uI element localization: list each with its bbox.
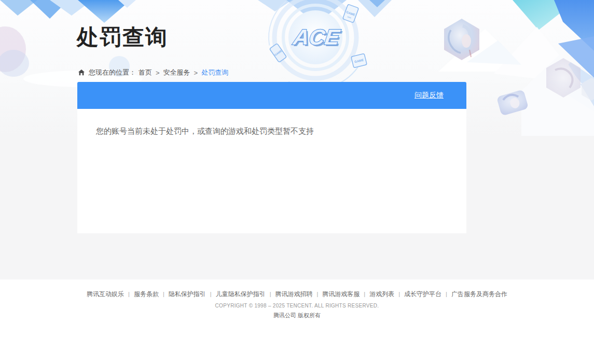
footer-link-recruitment[interactable]: 腾讯游戏招聘 — [275, 290, 313, 298]
breadcrumb-prefix: 您现在的位置： — [89, 68, 136, 77]
footer-separator: | — [128, 291, 130, 297]
footer-link-children-privacy[interactable]: 儿童隐私保护指引 — [216, 290, 266, 298]
breadcrumb-separator: > — [194, 69, 198, 77]
footer-link-ads-business[interactable]: 广告服务及商务合作 — [451, 290, 507, 298]
footer-links: 腾讯互动娱乐|服务条款|隐私保护指引|儿童隐私保护指引|腾讯游戏招聘|腾讯游戏客… — [0, 290, 594, 299]
footer-company: 腾讯公司 版权所有 — [0, 312, 594, 319]
footer-separator: | — [364, 291, 365, 297]
footer-separator: | — [398, 291, 400, 297]
panel-body: 您的账号当前未处于处罚中，或查询的游戏和处罚类型暂不支持 — [77, 109, 466, 233]
query-result-message: 您的账号当前未处于处罚中，或查询的游戏和处罚类型暂不支持 — [96, 127, 451, 136]
footer-link-customer-service[interactable]: 腾讯游戏客服 — [322, 290, 360, 298]
footer-separator: | — [446, 291, 447, 297]
footer-link-terms-of-service[interactable]: 服务条款 — [134, 290, 159, 298]
ace-logo-text: ACE — [291, 25, 342, 49]
footer-separator: | — [210, 291, 212, 297]
footer-link-game-list[interactable]: 游戏列表 — [369, 290, 394, 298]
feedback-link[interactable]: 问题反馈 — [415, 91, 444, 100]
footer-link-privacy-policy[interactable]: 隐私保护指引 — [169, 290, 206, 298]
banner-crystals-left — [0, 0, 136, 23]
footer-link-guardian-platform[interactable]: 成长守护平台 — [404, 290, 441, 298]
footer-link-tencent-games[interactable]: 腾讯互动娱乐 — [87, 290, 124, 298]
page: ACE ACE GAME GAME GAME — [0, 0, 594, 364]
footer-separator: | — [163, 291, 164, 297]
footer-copyright: COPYRIGHT © 1998 – 2025 TENCENT. ALL RIG… — [0, 303, 594, 309]
footer-separator: | — [270, 291, 271, 297]
breadcrumb-separator: > — [156, 69, 160, 77]
footer: 腾讯互动娱乐|服务条款|隐私保护指引|儿童隐私保护指引|腾讯游戏招聘|腾讯游戏客… — [0, 279, 594, 364]
page-title: 处罚查询 — [77, 23, 168, 52]
breadcrumb-home-link[interactable]: 首页 — [139, 68, 152, 77]
home-icon[interactable] — [78, 69, 85, 76]
breadcrumb-current-page: 处罚查询 — [201, 68, 228, 77]
panel-header: 问题反馈 — [77, 82, 466, 109]
breadcrumb: 您现在的位置： 首页 > 安全服务 > 处罚查询 — [78, 68, 228, 77]
footer-separator: | — [317, 291, 319, 297]
punishment-query-panel: 问题反馈 您的账号当前未处于处罚中，或查询的游戏和处罚类型暂不支持 — [77, 82, 466, 233]
breadcrumb-security-service-link[interactable]: 安全服务 — [163, 68, 190, 77]
